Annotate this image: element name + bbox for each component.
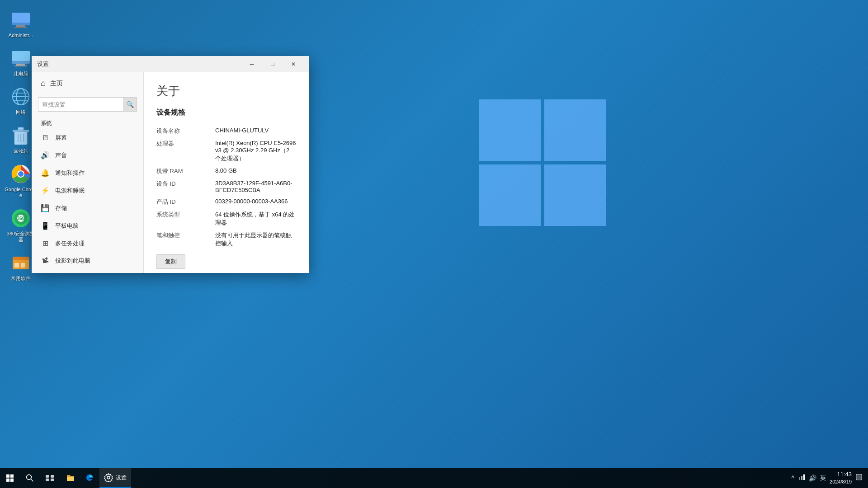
svg-rect-6: [16, 64, 25, 66]
tablet-icon: 📱: [41, 221, 50, 230]
sound-icon: 🔊: [41, 151, 50, 160]
svg-rect-34: [46, 475, 49, 478]
taskbar-edge[interactable]: [80, 468, 99, 488]
device-info-row: 笔和触控没有可用于此显示器的笔或触控输入: [156, 229, 297, 250]
copy-button[interactable]: 复制: [156, 254, 185, 269]
sidebar-nav-project[interactable]: 📽投影到此电脑: [32, 252, 143, 269]
svg-rect-37: [51, 479, 54, 481]
project-label: 投影到此电脑: [55, 257, 90, 265]
notifications-label: 通知和操作: [55, 169, 85, 177]
sidebar-nav-sound[interactable]: 🔊声音: [32, 146, 143, 164]
device-info-label-5: 系统类型: [156, 211, 215, 227]
tray-notifications[interactable]: [855, 474, 863, 482]
home-icon: ⌂: [41, 79, 46, 88]
sound-label: 声音: [55, 151, 67, 160]
display-icon: 🖥: [41, 134, 50, 142]
desktop-icon-administrator[interactable]: Administr...: [5, 9, 37, 38]
window-titlebar: 设置 ─ □ ✕: [32, 56, 309, 72]
common-software-icon: [10, 252, 32, 274]
taskbar-search-button[interactable]: [20, 468, 40, 488]
sidebar-home-item[interactable]: ⌂ 主页: [32, 72, 143, 94]
maximize-button[interactable]: □: [262, 56, 283, 72]
sidebar-section-title: 系统: [32, 116, 143, 129]
notifications-icon: 🔔: [41, 169, 50, 177]
svg-point-40: [107, 476, 110, 479]
storage-icon: 💾: [41, 204, 50, 212]
minimize-button[interactable]: ─: [241, 56, 262, 72]
taskbar-file-explorer[interactable]: [61, 468, 80, 488]
sidebar-nav-power[interactable]: ⚡电源和睡眠: [32, 182, 143, 199]
device-spec-title: 设备规格: [156, 108, 297, 117]
clock-time: 11:43: [830, 470, 852, 479]
clock-date: 2024/8/19: [830, 479, 852, 485]
svg-line-33: [31, 479, 33, 481]
svg-rect-45: [857, 475, 861, 479]
svg-rect-30: [14, 263, 19, 267]
device-info-row: 机带 RAM8.00 GB: [156, 165, 297, 178]
svg-rect-42: [801, 476, 802, 480]
start-icon: [6, 474, 14, 482]
tray-network[interactable]: [798, 474, 805, 482]
device-info-row: 设备 ID3D3A8B37-129F-4591-A6B0-BFCD7E505CB…: [156, 178, 297, 196]
tablet-label: 平板电脑: [55, 222, 79, 230]
taskbar-items: 设置: [60, 468, 786, 488]
network-icon: [10, 86, 32, 108]
device-info-label-4: 产品 ID: [156, 198, 215, 206]
taskbar: 设置 ^ 🔊 英 11:43 2024/8/19: [0, 468, 868, 488]
desktop: Administr... 此电脑: [0, 0, 868, 488]
device-info-label-1: 处理器: [156, 140, 215, 163]
power-icon: ⚡: [41, 186, 50, 195]
taskbar-settings[interactable]: 设置: [99, 468, 131, 488]
close-button[interactable]: ✕: [283, 56, 304, 72]
sidebar-nav-display[interactable]: 🖥屏幕: [32, 129, 143, 146]
taskbar-settings-label: 设置: [116, 474, 127, 482]
device-info-value-5: 64 位操作系统，基于 x64 的处理器: [215, 211, 297, 227]
device-info-label-0: 设备名称: [156, 127, 215, 135]
device-info-table: 设备名称CHINAMI-GLUTULV处理器Intel(R) Xeon(R) C…: [156, 125, 297, 250]
device-info-row: 系统类型64 位操作系统，基于 x64 的处理器: [156, 208, 297, 229]
svg-rect-35: [51, 475, 54, 478]
project-icon: 📽: [41, 257, 50, 265]
this-pc-icon: [10, 47, 32, 69]
tray-volume[interactable]: 🔊: [809, 474, 816, 482]
storage-label: 存储: [55, 204, 67, 212]
svg-rect-36: [46, 479, 49, 481]
sidebar-nav-shared[interactable]: ✕休验共享: [32, 269, 143, 273]
sidebar-nav-notifications[interactable]: 🔔通知和操作: [32, 164, 143, 182]
home-label: 主页: [50, 80, 63, 88]
settings-main: 关于 设备规格 设备名称CHINAMI-GLUTULV处理器Intel(R) X…: [144, 72, 309, 273]
device-info-label-3: 设备 ID: [156, 180, 215, 193]
device-info-row: 产品 ID00329-00000-00003-AA366: [156, 196, 297, 208]
svg-rect-43: [803, 474, 805, 480]
svg-rect-31: [21, 263, 25, 267]
sidebar-nav-multitask[interactable]: ⊞多任务处理: [32, 235, 143, 252]
sidebar-nav-tablet[interactable]: 📱平板电脑: [32, 217, 143, 235]
device-info-row: 设备名称CHINAMI-GLUTULV: [156, 125, 297, 137]
device-info-row: 处理器Intel(R) Xeon(R) CPU E5-2696 v3 @ 2.3…: [156, 137, 297, 165]
windows-logo: [479, 99, 606, 226]
google-chrome-icon: [10, 163, 32, 185]
start-button[interactable]: [0, 468, 20, 488]
page-title: 关于: [156, 83, 297, 99]
device-info-value-4: 00329-00000-00003-AA366: [215, 198, 297, 206]
tray-arrow[interactable]: ^: [791, 474, 794, 482]
svg-rect-1: [12, 13, 30, 23]
search-button[interactable]: 🔍: [123, 98, 137, 111]
svg-rect-39: [67, 477, 74, 481]
administrator-icon: [10, 9, 32, 31]
svg-rect-2: [16, 25, 25, 27]
task-view-button[interactable]: [40, 468, 60, 488]
tray-language[interactable]: 英: [820, 474, 826, 482]
sidebar-nav-list: 🖥屏幕🔊声音🔔通知和操作⚡电源和睡眠💾存储📱平板电脑⊞多任务处理📽投影到此电脑✕…: [32, 129, 143, 273]
window-content: ⌂ 主页 🔍 系统 🖥屏幕🔊声音🔔通知和操作⚡电源和睡眠💾存储📱平板电脑⊞多任务…: [32, 72, 309, 273]
network-label: 网络: [16, 109, 26, 115]
taskbar-clock[interactable]: 11:43 2024/8/19: [830, 470, 852, 486]
device-info-label-6: 笔和触控: [156, 231, 215, 248]
display-label: 屏幕: [55, 134, 67, 142]
search-input[interactable]: [38, 101, 123, 108]
sidebar-nav-storage[interactable]: 💾存储: [32, 199, 143, 217]
svg-rect-5: [12, 51, 30, 61]
svg-rect-15: [18, 127, 24, 130]
svg-rect-3: [14, 27, 27, 28]
settings-sidebar: ⌂ 主页 🔍 系统 🖥屏幕🔊声音🔔通知和操作⚡电源和睡眠💾存储📱平板电脑⊞多任务…: [32, 72, 144, 273]
